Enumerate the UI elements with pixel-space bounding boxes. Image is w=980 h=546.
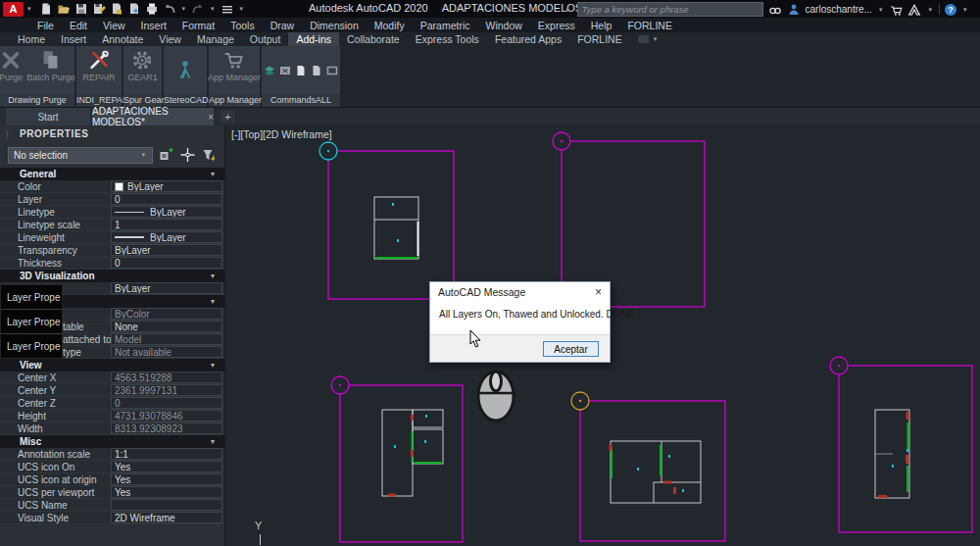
help-caret-icon[interactable]: ▾ bbox=[963, 6, 967, 14]
property-row-height: Height 4731.93078846 bbox=[0, 410, 224, 422]
menu-express[interactable]: Express bbox=[530, 20, 583, 31]
panel-label[interactable]: Drawing Purge bbox=[0, 94, 74, 107]
binoculars-icon[interactable] bbox=[768, 3, 782, 17]
tab-insert[interactable]: Insert bbox=[53, 32, 94, 46]
quick-select-icon[interactable] bbox=[158, 147, 174, 163]
menu-parametric[interactable]: Parametric bbox=[413, 20, 478, 31]
undo-caret-icon[interactable]: ▾ bbox=[182, 5, 186, 13]
property-row-lineweight: Lineweight ByLayer bbox=[0, 231, 224, 244]
commandsall-doc-icon[interactable] bbox=[311, 65, 322, 76]
autodesk-a-icon[interactable] bbox=[907, 3, 921, 17]
commandsall-frame-icon[interactable] bbox=[326, 65, 338, 76]
dialog-close-icon[interactable]: × bbox=[595, 285, 602, 299]
a360-caret-icon[interactable]: ▾ bbox=[928, 6, 932, 14]
tab-collaborate[interactable]: Collaborate bbox=[339, 32, 408, 46]
menu-insert[interactable]: Insert bbox=[133, 20, 174, 31]
selection-dropdown[interactable]: No selection ▾ bbox=[8, 147, 153, 164]
furniture-unit-3 bbox=[610, 441, 702, 503]
menu-window[interactable]: Window bbox=[477, 20, 529, 31]
search-input[interactable] bbox=[577, 2, 763, 17]
section-3d-visualization[interactable]: 3D Visualization▾ bbox=[0, 270, 224, 282]
app-manager-button[interactable]: App Manager bbox=[207, 48, 262, 94]
commandsall-layers-icon[interactable] bbox=[264, 65, 275, 76]
tab-annotate[interactable]: Annotate bbox=[94, 32, 151, 46]
panel-label[interactable]: App Manager bbox=[209, 94, 260, 107]
palette-header[interactable]: ⋮ PROPERTIES bbox=[0, 125, 224, 142]
section-view[interactable]: View▾ bbox=[0, 359, 224, 372]
qat-caret-icon[interactable]: ▾ bbox=[240, 5, 244, 13]
plot-stamp-icon[interactable] bbox=[110, 2, 123, 16]
tab-featured-apps[interactable]: Featured Apps bbox=[487, 32, 569, 46]
section-general[interactable]: General▾ bbox=[0, 168, 224, 180]
mouse-cursor-icon bbox=[469, 330, 483, 348]
menu-dimension[interactable]: Dimension bbox=[302, 20, 367, 31]
new-drawing-tab-button[interactable]: + bbox=[220, 111, 235, 123]
viewport-visual-style-control[interactable]: [2D Wireframe] bbox=[263, 128, 332, 140]
app-title: Autodesk AutoCAD 2020 bbox=[309, 2, 428, 14]
app-store-cart-icon[interactable] bbox=[889, 3, 903, 17]
gear1-button[interactable]: GEAR1 bbox=[126, 48, 159, 94]
file-tab-start[interactable]: Start bbox=[6, 108, 90, 125]
publish-icon[interactable] bbox=[127, 2, 141, 16]
stereocad-surveyor-icon bbox=[173, 58, 197, 82]
tab-add-ins[interactable]: Add-ins bbox=[288, 32, 339, 46]
section-misc[interactable]: Misc▾ bbox=[0, 435, 224, 448]
viewport-view-control[interactable]: [Top] bbox=[240, 128, 263, 140]
menu-file[interactable]: File bbox=[29, 20, 62, 31]
menu-edit[interactable]: Edit bbox=[62, 20, 95, 31]
menu-format[interactable]: Format bbox=[174, 20, 222, 31]
tab-output[interactable]: Output bbox=[242, 32, 289, 46]
panel-label[interactable]: CommandsALL bbox=[262, 94, 340, 107]
color-swatch bbox=[115, 182, 123, 191]
redo-caret-icon[interactable]: ▾ bbox=[211, 5, 215, 13]
menu-help[interactable]: Help bbox=[583, 20, 620, 31]
redo-icon[interactable] bbox=[191, 2, 205, 16]
menu-tools[interactable]: Tools bbox=[222, 20, 263, 31]
new-file-icon[interactable] bbox=[39, 2, 53, 16]
menu-modify[interactable]: Modify bbox=[367, 20, 413, 31]
dialog-title: AutoCAD Message bbox=[438, 286, 525, 298]
autocad-message-dialog: AutoCAD Message × All Layers On, Thawed … bbox=[429, 281, 611, 363]
file-tab-document[interactable]: ADAPTACIONES MODELOS* × bbox=[92, 108, 214, 125]
palette-grip-icon[interactable]: ⋮ bbox=[3, 129, 12, 139]
menu-draw[interactable]: Draw bbox=[263, 20, 303, 31]
viewport-minimize-control[interactable]: [-] bbox=[231, 128, 240, 140]
autocad-logo-icon[interactable]: A bbox=[3, 2, 24, 17]
user-caret-icon[interactable]: ▾ bbox=[879, 6, 883, 14]
save-icon[interactable] bbox=[74, 2, 88, 16]
tab-view[interactable]: View bbox=[151, 32, 189, 46]
property-row-center-x: Center X 4563.519288 bbox=[0, 372, 224, 384]
commandsall-window-icon[interactable] bbox=[279, 65, 291, 76]
tab-express-tools[interactable]: Express Tools bbox=[408, 32, 487, 46]
undo-icon[interactable] bbox=[163, 2, 176, 16]
selection-row: No selection ▾ bbox=[0, 142, 224, 168]
menu-view[interactable]: View bbox=[95, 20, 133, 31]
batch-purge-button[interactable]: Batch Purge bbox=[25, 48, 76, 94]
toggle-pickadd-icon[interactable] bbox=[201, 147, 218, 163]
tab-forline[interactable]: FORLINE bbox=[569, 32, 630, 46]
property-row-annotation-scale: Annotation scale 1:1 bbox=[0, 448, 224, 461]
open-icon[interactable] bbox=[57, 2, 71, 16]
accept-button[interactable]: Aceptar bbox=[543, 341, 599, 357]
ribbon-display-toggle[interactable]: ▾ bbox=[638, 32, 660, 46]
search-expand-icon[interactable]: ▸ bbox=[566, 6, 570, 14]
file-tab-close-icon[interactable]: × bbox=[208, 112, 214, 123]
save-as-icon[interactable] bbox=[92, 2, 106, 16]
print-icon[interactable] bbox=[145, 2, 159, 16]
dialog-title-bar[interactable]: AutoCAD Message × bbox=[430, 282, 610, 302]
select-objects-icon[interactable] bbox=[179, 147, 196, 163]
commandsall-page-icon[interactable] bbox=[295, 65, 307, 76]
purge-button[interactable]: Purge bbox=[0, 48, 24, 94]
stereocad-button[interactable] bbox=[172, 58, 198, 82]
signed-in-user[interactable]: carloschantre... bbox=[806, 4, 872, 15]
titlebar-divider bbox=[939, 4, 940, 15]
qat-customize-icon[interactable] bbox=[220, 2, 234, 16]
tab-home[interactable]: Home bbox=[10, 32, 53, 46]
property-row-ucs-icon-on: UCS icon On Yes bbox=[0, 461, 224, 473]
logo-caret-icon[interactable]: ▾ bbox=[27, 5, 31, 13]
ribbon: Purge Batch Purge Drawing Purge REPAIR bbox=[0, 46, 980, 108]
repair-button[interactable]: REPAIR bbox=[82, 48, 117, 94]
help-icon[interactable]: ? bbox=[945, 4, 956, 16]
menu-forline[interactable]: FORLINE bbox=[619, 20, 680, 31]
tab-manage[interactable]: Manage bbox=[189, 32, 242, 46]
